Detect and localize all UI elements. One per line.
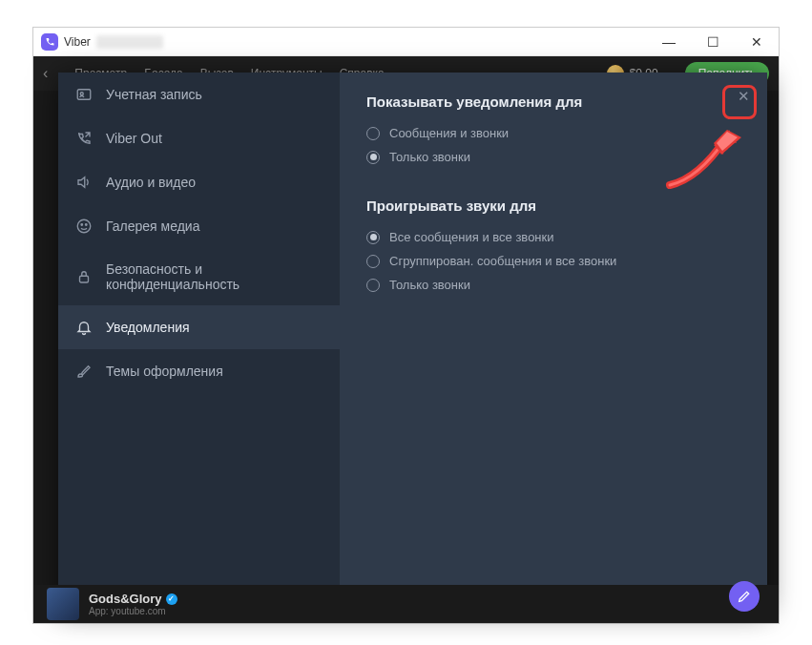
radio-option[interactable]: Сообщения и звонки [366, 121, 740, 145]
chat-subtitle: App: youtube.com [89, 606, 177, 616]
titlebar: Viber — ☐ ✕ [33, 28, 779, 56]
app-window: Viber — ☐ ✕ ‹ Просмотр Беседа Вызов Инст… [32, 27, 780, 624]
settings-panel: Учетная запись Viber Out Аудио и видео Г… [58, 73, 767, 608]
close-window-button[interactable]: ✕ [735, 28, 779, 55]
chat-info: Gods&Glory ✓ App: youtube.com [89, 592, 177, 616]
sidebar-item-label: Галерея медиа [106, 218, 199, 234]
sidebar-item-label: Темы оформления [106, 364, 223, 379]
chat-name: Gods&Glory ✓ [89, 592, 177, 606]
section-title: Показывать уведомления для [366, 94, 740, 110]
radio-icon [366, 127, 380, 140]
radio-icon [366, 151, 380, 164]
brush-icon [75, 363, 93, 380]
svg-point-1 [80, 93, 83, 95]
radio-label: Сгруппирован. сообщения и все звонки [389, 254, 616, 268]
radio-label: Сообщения и звонки [389, 126, 509, 140]
sidebar-item-audiovideo[interactable]: Аудио и видео [58, 160, 340, 204]
window-title: Viber [64, 35, 91, 49]
compose-button[interactable] [729, 581, 760, 612]
sidebar-item-notifications[interactable]: Уведомления [58, 305, 340, 349]
radio-label: Только звонки [389, 278, 470, 292]
radio-icon [366, 279, 380, 292]
svg-point-3 [81, 224, 83, 226]
chat-name-text: Gods&Glory [89, 592, 162, 606]
viber-logo-icon [41, 33, 58, 51]
sidebar-item-themes[interactable]: Темы оформления [58, 349, 340, 393]
close-panel-button[interactable]: ✕ [733, 86, 754, 107]
sidebar-item-viberout[interactable]: Viber Out [58, 116, 340, 160]
radio-option[interactable]: Сгруппирован. сообщения и все звонки [366, 249, 740, 273]
avatar [47, 588, 79, 620]
sidebar-item-label: Уведомления [106, 320, 190, 335]
radio-option[interactable]: Все сообщения и все звонки [366, 225, 740, 249]
lock-icon [75, 268, 93, 285]
maximize-button[interactable]: ☐ [691, 28, 735, 55]
sidebar-item-label: Viber Out [106, 131, 162, 146]
sidebar-item-gallery[interactable]: Галерея медиа [58, 204, 340, 248]
gallery-icon [75, 218, 93, 235]
sidebar-item-account[interactable]: Учетная запись [58, 73, 340, 116]
svg-point-4 [86, 224, 88, 226]
id-card-icon [75, 86, 93, 103]
svg-point-2 [77, 219, 91, 233]
radio-label: Только звонки [389, 150, 470, 164]
svg-rect-5 [80, 276, 89, 282]
verified-icon: ✓ [166, 593, 177, 605]
bell-icon [75, 319, 93, 336]
radio-option[interactable]: Только звонки [366, 273, 740, 297]
radio-icon [366, 255, 380, 268]
settings-sidebar: Учетная запись Viber Out Аудио и видео Г… [58, 73, 340, 608]
back-arrow-icon[interactable]: ‹ [43, 65, 48, 82]
speaker-icon [75, 174, 93, 191]
radio-label: Все сообщения и все звонки [389, 230, 554, 244]
minimize-button[interactable]: — [647, 28, 691, 55]
svg-rect-0 [77, 90, 91, 100]
phone-out-icon [75, 130, 93, 147]
sidebar-item-label: Безопасность и конфиденциальность [106, 261, 323, 292]
settings-content: ✕ Показывать уведомления для [340, 73, 767, 608]
sidebar-item-security[interactable]: Безопасность и конфиденциальность [58, 248, 340, 305]
chat-list-strip: Gods&Glory ✓ App: youtube.com [33, 585, 779, 623]
radio-option[interactable]: Только звонки [366, 145, 740, 169]
radio-icon [366, 231, 380, 244]
sidebar-item-label: Аудио и видео [106, 175, 196, 190]
section-title: Проигрывать звуки для [366, 198, 740, 214]
app-body: ‹ Просмотр Беседа Вызов Инструменты Спра… [33, 56, 779, 623]
window-controls: — ☐ ✕ [647, 28, 779, 55]
sidebar-item-label: Учетная запись [106, 87, 202, 102]
title-blur [96, 35, 163, 49]
